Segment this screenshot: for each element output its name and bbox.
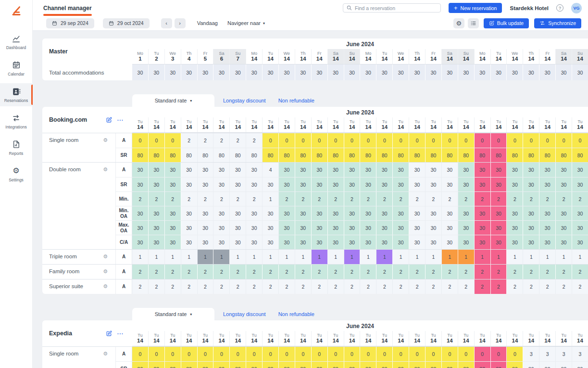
grid-cell[interactable]: 30	[149, 221, 165, 235]
grid-cell[interactable]: 80	[213, 362, 230, 368]
grid-cell[interactable]: 30	[539, 206, 556, 220]
grid-cell[interactable]: 80	[475, 362, 491, 368]
grid-cell[interactable]: 30	[279, 206, 295, 220]
grid-cell[interactable]: 30	[475, 178, 491, 191]
grid-cell[interactable]: 2	[230, 192, 246, 206]
grid-cell[interactable]: 30	[344, 221, 361, 235]
grid-cell[interactable]: 30	[425, 235, 442, 249]
grid-cell[interactable]: 30	[246, 64, 263, 80]
grid-cell[interactable]: 30	[425, 206, 442, 220]
grid-cell[interactable]: 80	[409, 148, 425, 162]
grid-cell[interactable]: 2	[475, 192, 491, 206]
grid-cell[interactable]: 80	[149, 362, 165, 368]
grid-cell[interactable]: 30	[328, 206, 344, 220]
grid-cell[interactable]: 3	[523, 347, 539, 361]
grid-cell[interactable]: 0	[246, 347, 263, 361]
grid-cell[interactable]: 0	[409, 347, 425, 361]
grid-cell[interactable]: 2	[344, 192, 361, 206]
grid-cell[interactable]: 30	[572, 163, 588, 177]
grid-cell[interactable]: 1	[181, 250, 198, 264]
grid-cell[interactable]: 2	[312, 192, 328, 206]
grid-cell[interactable]: 30	[507, 235, 523, 249]
grid-cell[interactable]: 30	[344, 235, 361, 249]
grid-cell[interactable]: 2	[376, 279, 393, 294]
grid-cell[interactable]: 80	[246, 362, 263, 368]
grid-cell[interactable]: 30	[246, 221, 263, 235]
grid-cell[interactable]: 2	[165, 265, 181, 279]
grid-cell[interactable]: 2	[523, 279, 539, 294]
grid-cell[interactable]: 80	[279, 148, 295, 162]
grid-cell[interactable]: 30	[572, 221, 588, 235]
grid-cell[interactable]: 2	[246, 265, 263, 279]
grid-cell[interactable]: 2	[132, 279, 149, 294]
grid-cell[interactable]: 0	[328, 133, 344, 148]
grid-cell[interactable]: 2	[523, 265, 539, 279]
grid-cell[interactable]: 30	[393, 163, 409, 177]
grid-cell[interactable]: 30	[442, 206, 458, 220]
grid-cell[interactable]: 30	[458, 206, 475, 220]
grid-cell[interactable]: 30	[409, 206, 425, 220]
grid-cell[interactable]: 0	[376, 133, 393, 148]
grid-cell[interactable]: 30	[213, 221, 230, 235]
grid-cell[interactable]: 0	[475, 133, 491, 148]
grid-cell[interactable]: 0	[279, 133, 295, 148]
grid-cell[interactable]: 3	[572, 347, 588, 361]
grid-cell[interactable]: 0	[181, 347, 198, 361]
grid-cell[interactable]: 1	[149, 250, 165, 264]
grid-cell[interactable]: 30	[181, 206, 198, 220]
grid-cell[interactable]: 30	[539, 163, 556, 177]
grid-cell[interactable]: 30	[279, 163, 295, 177]
grid-cell[interactable]: 30	[344, 163, 361, 177]
grid-cell[interactable]: 30	[475, 206, 491, 220]
grid-cell[interactable]: 30	[328, 64, 344, 80]
grid-cell[interactable]: 2	[442, 265, 458, 279]
grid-cell[interactable]: 0	[328, 347, 344, 361]
room-settings-icon[interactable]: ⚙	[103, 166, 108, 173]
grid-cell[interactable]: 2	[376, 265, 393, 279]
grid-cell[interactable]: 30	[572, 178, 588, 191]
grid-cell[interactable]: 1	[263, 250, 279, 264]
grid-cell[interactable]: 1	[165, 250, 181, 264]
grid-cell[interactable]: 0	[149, 347, 165, 361]
grid-cell[interactable]: 1	[393, 250, 409, 264]
grid-cell[interactable]: 80	[132, 148, 149, 162]
grid-cell[interactable]: 80	[165, 148, 181, 162]
grid-cell[interactable]: 30	[149, 206, 165, 220]
grid-cell[interactable]: 30	[491, 178, 507, 191]
grid-cell[interactable]: 30	[475, 221, 491, 235]
grid-cell[interactable]: 30	[213, 178, 230, 191]
grid-cell[interactable]: 30	[425, 64, 442, 80]
grid-cell[interactable]: 0	[442, 347, 458, 361]
grid-cell[interactable]: 2	[409, 279, 425, 294]
grid-cell[interactable]: 2	[458, 192, 475, 206]
grid-cell[interactable]: 30	[165, 221, 181, 235]
grid-cell[interactable]: 80	[556, 148, 572, 162]
grid-cell[interactable]: 2	[475, 265, 491, 279]
grid-cell[interactable]: 30	[279, 178, 295, 191]
grid-cell[interactable]: 30	[556, 178, 572, 191]
grid-cell[interactable]: 30	[165, 206, 181, 220]
grid-cell[interactable]: 80	[376, 362, 393, 368]
grid-cell[interactable]: 1	[328, 250, 344, 264]
grid-cell[interactable]: 80	[475, 148, 491, 162]
grid-cell[interactable]: 30	[442, 178, 458, 191]
grid-cell[interactable]: 30	[230, 64, 246, 80]
grid-cell[interactable]: 0	[312, 133, 328, 148]
grid-cell[interactable]: 0	[491, 347, 507, 361]
grid-cell[interactable]: 80	[295, 148, 312, 162]
grid-cell[interactable]: 80	[279, 362, 295, 368]
grid-cell[interactable]: 30	[246, 178, 263, 191]
date-to-picker[interactable]: 29 oct 2024	[103, 18, 150, 28]
grid-cell[interactable]: 2	[328, 265, 344, 279]
grid-cell[interactable]: 80	[556, 362, 572, 368]
grid-cell[interactable]: 0	[458, 133, 475, 148]
grid-cell[interactable]: 2	[328, 192, 344, 206]
grid-cell[interactable]: 30	[263, 221, 279, 235]
prev-period-button[interactable]: ‹	[161, 18, 172, 28]
grid-cell[interactable]: 80	[393, 362, 409, 368]
grid-cell[interactable]: 0	[458, 347, 475, 361]
room-settings-icon[interactable]: ⚙	[103, 137, 108, 143]
grid-cell[interactable]: 30	[279, 235, 295, 249]
grid-cell[interactable]: 30	[312, 235, 328, 249]
grid-cell[interactable]: 30	[376, 64, 393, 80]
